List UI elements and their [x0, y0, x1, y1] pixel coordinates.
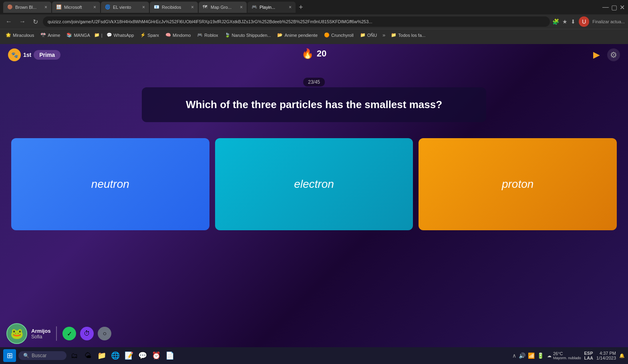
settings-button[interactable]: ⚙	[607, 48, 620, 61]
taskbar-explorer[interactable]: 📁	[96, 350, 107, 361]
nav-icons: 🧩 ★ ⬇ U Finalizar actua...	[552, 16, 625, 27]
answer-neutron[interactable]: neutron	[11, 138, 209, 230]
new-tab-button[interactable]: +	[296, 3, 306, 12]
clock-time: 4:37 PM	[596, 351, 616, 356]
bookmark-todos-label: Todos los fa...	[398, 33, 425, 38]
taskbar-chrome[interactable]: 🌐	[110, 350, 121, 361]
refresh-button[interactable]: ↻	[30, 17, 40, 26]
answer-electron-text: electron	[294, 178, 334, 191]
chevron-up-icon[interactable]: ∧	[512, 352, 516, 359]
tab-map-gro[interactable]: 🗺 Map Gro... ×	[199, 2, 247, 13]
forward-button[interactable]: →	[17, 17, 28, 26]
weather-icon: 🌤	[85, 352, 92, 360]
flame-icon: 🔥	[302, 48, 314, 59]
speaker-icon[interactable]: 🔊	[519, 352, 525, 359]
check-icon: ✓	[67, 330, 72, 338]
bookmark-sparx-favicon: ⚡	[140, 32, 146, 38]
close-browser-button[interactable]: ✕	[620, 4, 625, 11]
taskbar-alarm[interactable]: ⏰	[151, 350, 162, 361]
bookmark-onu-favicon: 📁	[360, 32, 366, 38]
alarm-icon: ⏰	[152, 351, 161, 360]
player-action-gray[interactable]: ○	[98, 327, 111, 340]
notification-icon[interactable]: 🔔	[619, 353, 625, 358]
tab-brown-favicon: 🟤	[7, 4, 13, 10]
bookmark-roblox-label: Roblox	[204, 33, 218, 38]
bookmark-naruto-favicon: 🍃	[225, 32, 230, 38]
bookmark-todos[interactable]: 📁 Todos los fa...	[388, 32, 428, 38]
tab-recibidos-close[interactable]: ×	[191, 4, 194, 10]
tab-el-viento-close[interactable]: ×	[142, 4, 145, 10]
address-bar[interactable]: quizizz.com/join/game/U2FsdGVkX18H4Hx8Wh…	[43, 16, 550, 27]
battery-icon[interactable]: 🔋	[537, 352, 544, 359]
taskbar-acrobat[interactable]: 📄	[164, 350, 175, 361]
back-button[interactable]: ←	[3, 17, 14, 26]
bookmark-anime-label: Anime	[48, 33, 60, 38]
download-icon[interactable]: ⬇	[571, 18, 576, 25]
bookmark-naruto[interactable]: 🍃 Naruto Shippuden...	[222, 32, 274, 38]
tab-brown-close[interactable]: ×	[44, 4, 47, 10]
tab-playing[interactable]: 🎮 Playin... ×	[248, 2, 296, 13]
taskbar-whatsapp[interactable]: 💬	[137, 350, 148, 361]
tab-playing-favicon: 🎮	[252, 4, 257, 10]
tab-recibidos[interactable]: 📧 Recibidos ×	[150, 2, 198, 13]
extensions-icon[interactable]: 🧩	[552, 18, 559, 25]
minimize-button[interactable]: —	[602, 4, 609, 11]
bookmark-onu[interactable]: 📁 OÑU	[358, 32, 379, 38]
bookmarks-more[interactable]: »	[381, 32, 387, 38]
clock-info[interactable]: 4:37 PM 1/14/2023	[596, 351, 616, 360]
bookmark-manga[interactable]: 📚 MANGA	[64, 32, 92, 38]
bookmark-todos-favicon: 📁	[391, 32, 397, 38]
network-icon[interactable]: 📶	[528, 352, 535, 359]
score-display: 🔥 20	[302, 48, 326, 59]
player-action-purple[interactable]: ⏱	[80, 327, 94, 340]
bookmark-miraculous[interactable]: 🌟 Miraculous	[3, 32, 36, 38]
answer-proton[interactable]: proton	[419, 138, 617, 230]
browser-chrome: 🟤 Brown Bl... × 🪟 Microsoft × 🌀 EL vient…	[0, 0, 628, 44]
weather-desc: Mayorm. nublado	[553, 356, 581, 360]
bookmark-anime[interactable]: 🎌 Anime	[38, 32, 62, 38]
bookmark-crunchyroll-favicon: 🟠	[324, 32, 330, 38]
tab-microsoft-close[interactable]: ×	[93, 4, 96, 10]
player-display-subname: Sofia	[31, 334, 50, 340]
profile-icon[interactable]: U	[579, 16, 589, 27]
player-bottom-bar: 🐸 Armijos Sofia ✓ ⏱ ○	[0, 320, 118, 347]
finalize-button[interactable]: Finalizar actua...	[592, 19, 625, 24]
maximize-button[interactable]: ▢	[611, 4, 617, 11]
bookmark-whatsapp[interactable]: 💬 WhatsApp	[104, 32, 137, 38]
search-icon: 🔍	[23, 353, 29, 358]
tab-playing-close[interactable]: ×	[289, 4, 292, 10]
answer-electron[interactable]: electron	[215, 138, 413, 230]
player-display-name: Armijos	[31, 328, 50, 334]
tab-bar: 🟤 Brown Bl... × 🪟 Microsoft × 🌀 EL vient…	[0, 0, 628, 14]
bookmark-roblox[interactable]: 🎮 Roblox	[195, 32, 220, 38]
bookmark-anime-pendiente[interactable]: 📂 Anime pendiente	[275, 32, 320, 38]
tab-brown[interactable]: 🟤 Brown Bl... ×	[3, 2, 51, 13]
system-icons: ∧ 🔊 📶 🔋	[512, 352, 544, 359]
player-action-green[interactable]: ✓	[62, 327, 76, 340]
play-button[interactable]: ▶	[590, 48, 603, 62]
taskbar-weather[interactable]: 🌤	[83, 350, 94, 361]
circle-icon: ○	[103, 330, 107, 337]
taskbar-search[interactable]: 🔍 Buscar	[18, 351, 66, 360]
answers-grid: neutron electron proton	[0, 126, 628, 230]
start-button[interactable]: ⊞	[3, 349, 16, 362]
tab-microsoft[interactable]: 🪟 Microsoft ×	[52, 2, 100, 13]
player-avatar: 🐸	[6, 323, 27, 344]
chrome-icon: 🌐	[111, 351, 120, 360]
bookmark-miraculous-label: Miraculous	[13, 33, 34, 38]
bookmark-mindomo[interactable]: 🧠 Mindomo	[163, 32, 193, 38]
favorites-icon[interactable]: ★	[562, 18, 568, 25]
taskbar-task-view[interactable]: 🗂	[69, 350, 80, 361]
bookmark-sparx[interactable]: ⚡ Sparx	[138, 32, 161, 38]
taskbar-word[interactable]: 📝	[123, 350, 135, 361]
rank-text: 1st	[23, 52, 31, 58]
bookmark-crunchyroll[interactable]: 🟠 Crunchyroll	[322, 32, 356, 38]
score-value: 20	[317, 48, 326, 59]
tab-el-viento[interactable]: 🌀 EL viento ×	[101, 2, 149, 13]
weather-info: ☁ 26°C Mayorm. nublado	[547, 351, 581, 360]
tab-map-gro-close[interactable]: ×	[240, 4, 243, 10]
bookmark-manga-favicon: 📚	[66, 32, 72, 38]
bookmark-separator: |	[101, 33, 103, 38]
tab-brown-label: Brown Bl...	[15, 5, 36, 10]
bookmark-anime-pendiente-label: Anime pendiente	[284, 33, 318, 38]
